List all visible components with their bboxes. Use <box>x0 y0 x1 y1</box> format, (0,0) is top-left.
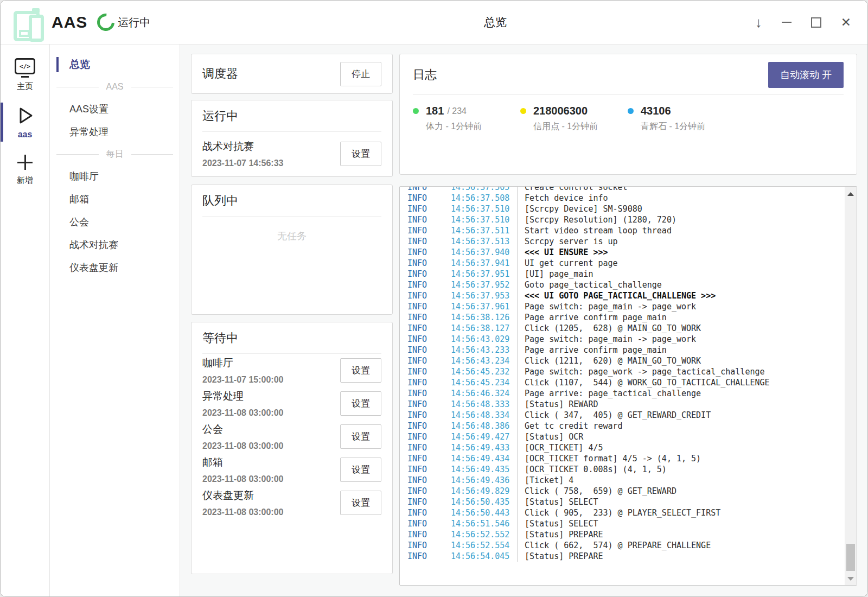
log-message: [OCR_TICKET format] 4/5 -> (4, 1, 5) <box>517 453 845 464</box>
title-bar: AAS 运行中 总览 ↓ ✕ <box>1 1 867 45</box>
stop-button[interactable]: 停止 <box>340 62 381 86</box>
download-icon[interactable]: ↓ <box>755 15 762 29</box>
log-timestamp: 14:56:37.511 <box>451 225 517 236</box>
waiting-task-row: 异常处理 2023-11-08 03:00:00 设置 <box>202 387 381 420</box>
log-timestamp: 14:56:37.953 <box>451 290 517 301</box>
waiting-task-settings-button[interactable]: 设置 <box>340 424 381 449</box>
log-line: INFO 14:56:37.940 <<< UI ENSURE >>> <box>407 247 845 258</box>
log-level: INFO <box>407 247 451 258</box>
log-message: Page switch: page_main -> page_work <box>517 334 845 345</box>
waiting-task-row: 邮箱 2023-11-08 03:00:00 设置 <box>202 453 381 486</box>
log-line: INFO 14:56:48.334 Click ( 347, 405) @ GE… <box>407 410 845 421</box>
sidebar-section-divider: AAS <box>50 76 180 98</box>
log-message: Click (1107, 544) @ WORK_GO_TO_TACTICAL_… <box>517 377 845 388</box>
log-timestamp: 14:56:38.127 <box>451 323 517 334</box>
log-timestamp: 14:56:37.941 <box>451 258 517 269</box>
log-level: INFO <box>407 529 451 540</box>
rail-item-label: aas <box>18 130 33 139</box>
divider-line <box>56 87 99 87</box>
scroll-up-icon[interactable] <box>847 192 854 196</box>
log-lines: INFO 14:56:37.505 Create control socket … <box>407 187 845 562</box>
scrollbar-thumb[interactable] <box>846 544 855 571</box>
log-message: Goto page_tactical_challenge <box>517 280 845 290</box>
log-line: INFO 14:56:37.508 Fetch device info <box>407 193 845 204</box>
sidebar-item[interactable]: 仪表盘更新 <box>50 256 180 279</box>
waiting-task-name: 邮箱 <box>202 455 283 469</box>
autoscroll-toggle-button[interactable]: 自动滚动 开 <box>768 62 844 88</box>
window-controls: ↓ ✕ <box>755 1 851 44</box>
waiting-task-settings-button[interactable]: 设置 <box>340 358 381 383</box>
sidebar-item[interactable]: AAS设置 <box>50 98 180 120</box>
sidebar-item-label: 咖啡厅 <box>69 170 99 183</box>
stat-dot-icon <box>520 108 526 114</box>
log-message: Scrcpy server is up <box>517 236 845 247</box>
rail-item-add[interactable]: 新增 <box>1 146 49 192</box>
log-level: INFO <box>407 187 451 193</box>
waiting-task-settings-button[interactable]: 设置 <box>340 391 381 416</box>
log-line: INFO 14:56:37.511 Start video stream loo… <box>407 225 845 236</box>
log-level: INFO <box>407 312 451 323</box>
minimize-icon[interactable] <box>782 22 792 23</box>
rail-item-home[interactable]: 主页 <box>1 51 49 98</box>
sidebar-item[interactable]: 公会 <box>50 211 180 233</box>
close-icon[interactable]: ✕ <box>841 16 851 29</box>
resource-stat: 218006300 信用点 - 1分钟前 <box>520 105 628 132</box>
sidebar-item-label: 总览 <box>69 58 90 72</box>
maximize-icon[interactable] <box>811 17 821 28</box>
log-message: Page arrive confirm page_main <box>517 312 845 323</box>
sidebar-item-label: 战术对抗赛 <box>69 238 118 251</box>
sidebar-item[interactable]: 战术对抗赛 <box>50 233 180 256</box>
running-task-settings-button[interactable]: 设置 <box>340 142 381 166</box>
log-message: [Status] PREPARE <box>517 551 845 562</box>
log-level: INFO <box>407 464 451 475</box>
log-line: INFO 14:56:38.126 Page arrive confirm pa… <box>407 312 845 323</box>
log-timestamp: 14:56:37.513 <box>451 236 517 247</box>
log-message: <<< UI GOTO PAGE_TACTICAL_CHALLENGE >>> <box>517 290 845 301</box>
divider-line <box>131 154 174 155</box>
log-scrollbar[interactable] <box>845 187 857 585</box>
log-line: INFO 14:56:49.435 [OCR_TICKET 0.008s] (4… <box>407 464 845 475</box>
sidebar-item[interactable]: 异常处理 <box>50 120 180 143</box>
waiting-task-row: 公会 2023-11-08 03:00:00 设置 <box>202 420 381 453</box>
log-message: Page switch: page_work -> page_tactical_… <box>517 366 845 377</box>
waiting-title: 等待中 <box>202 330 381 354</box>
sidebar-item[interactable]: 邮箱 <box>50 188 180 211</box>
rail-item-aas[interactable]: aas <box>1 98 49 146</box>
log-message: Click ( 758, 659) @ GET_REWARD <box>517 486 845 497</box>
log-level: INFO <box>407 442 451 453</box>
log-timestamp: 14:56:49.433 <box>451 442 517 453</box>
log-message: Page arrive confirm page_main <box>517 345 845 355</box>
log-line: INFO 14:56:49.829 Click ( 758, 659) @ GE… <box>407 486 845 497</box>
log-panel: INFO 14:56:37.505 Create control socket … <box>399 186 857 586</box>
sidebar-item-label: 异常处理 <box>69 125 108 138</box>
scroll-down-icon[interactable] <box>847 577 854 581</box>
home-icon <box>15 58 35 74</box>
log-timestamp: 14:56:50.435 <box>451 497 517 507</box>
log-line: INFO 14:56:50.435 [Status] SELECT <box>407 497 845 507</box>
stat-label: 信用点 - 1分钟前 <box>533 121 628 132</box>
log-level: INFO <box>407 410 451 421</box>
log-level: INFO <box>407 421 451 431</box>
log-column: 日志 自动滚动 开 181 / 234 体力 <box>399 54 857 586</box>
log-level: INFO <box>407 225 451 236</box>
play-icon <box>15 105 35 126</box>
sidebar-item[interactable]: 总览 <box>50 53 180 76</box>
app-name: AAS <box>52 13 87 31</box>
log-timestamp: 14:56:48.386 <box>451 421 517 431</box>
log-message: [Status] REWARD <box>517 399 845 410</box>
queue-title: 队列中 <box>202 193 381 217</box>
scheduler-title: 调度器 <box>202 66 238 82</box>
log-timestamp: 14:56:52.554 <box>451 540 517 551</box>
log-level: INFO <box>407 399 451 410</box>
waiting-task-settings-button[interactable]: 设置 <box>340 458 381 482</box>
sidebar-item-label: AAS设置 <box>69 103 108 116</box>
log-level: INFO <box>407 269 451 280</box>
sidebar-item[interactable]: 咖啡厅 <box>50 165 180 188</box>
log-message: [OCR_TICKET 0.008s] (4, 1, 5) <box>517 464 845 475</box>
stat-value: 218006300 <box>533 105 588 117</box>
log-line: INFO 14:56:45.232 Page switch: page_work… <box>407 366 845 377</box>
waiting-task-settings-button[interactable]: 设置 <box>340 491 381 515</box>
log-level: INFO <box>407 540 451 551</box>
log-level: INFO <box>407 193 451 204</box>
log-line: INFO 14:56:37.513 Scrcpy server is up <box>407 236 845 247</box>
